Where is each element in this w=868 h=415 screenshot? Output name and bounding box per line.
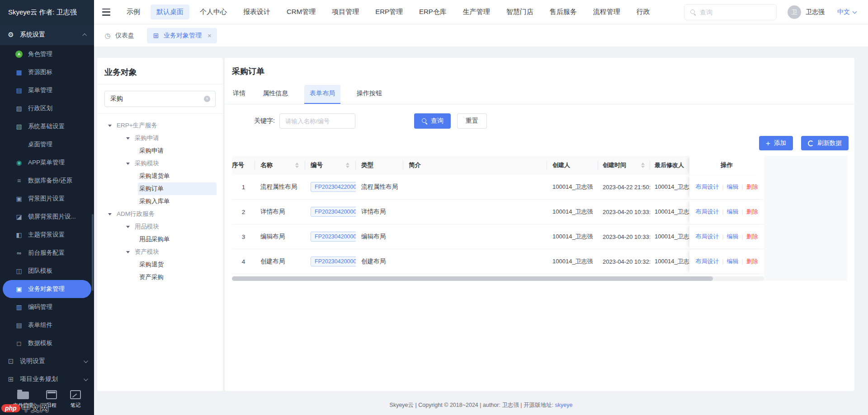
edit-link[interactable]: 编辑 <box>727 208 739 216</box>
col-header-code[interactable]: 编号 <box>305 156 356 175</box>
sidebar-item[interactable]: 锁屏背景图片设... <box>0 208 94 226</box>
tree-expand-icon[interactable] <box>126 163 130 165</box>
tree-node[interactable]: ERP+生产服务 <box>97 119 219 132</box>
tree-expand-icon[interactable] <box>126 226 130 228</box>
nav-item[interactable]: 生产管理 <box>457 5 496 19</box>
table-row[interactable]: 3 编辑布局 FP2023042000002 编辑布局 100014_卫志强 2… <box>232 224 764 249</box>
tree-node[interactable]: 采购退货单 <box>97 170 219 182</box>
layout-design-link[interactable]: 布局设计 <box>695 257 719 266</box>
sidebar-group-description[interactable]: 说明设置 <box>0 352 94 370</box>
tab-form-layout[interactable]: 表单布局 <box>304 85 340 104</box>
layout-design-link[interactable]: 布局设计 <box>695 233 719 241</box>
nav-item[interactable]: 报表设计 <box>237 5 276 19</box>
delete-link[interactable]: 删除 <box>746 208 758 216</box>
sidebar-item[interactable]: 角色管理 <box>0 45 94 63</box>
global-search[interactable] <box>684 4 777 20</box>
delete-link[interactable]: 删除 <box>746 233 758 241</box>
scrollbar-thumb[interactable] <box>232 276 713 281</box>
horizontal-scrollbar[interactable] <box>232 276 764 281</box>
sidebar-item[interactable]: 前台服务配置 <box>0 244 94 262</box>
sidebar-group-system-settings[interactable]: 系统设置 <box>0 24 94 45</box>
edit-link[interactable]: 编辑 <box>727 233 739 241</box>
table-row[interactable]: 4 创建布局 FP2023042000001 创建布局 100014_卫志强 2… <box>232 249 764 274</box>
delete-link[interactable]: 删除 <box>746 257 758 266</box>
tree-node[interactable]: 采购模块 <box>97 157 219 170</box>
tree-node[interactable]: 用品采购单 <box>97 233 219 246</box>
edit-link[interactable]: 编辑 <box>727 257 739 266</box>
sort-icon[interactable] <box>295 163 299 168</box>
tab-action-buttons[interactable]: 操作按钮 <box>356 85 383 104</box>
tree-node[interactable]: 采购申请 <box>97 132 219 145</box>
tab-details[interactable]: 详情 <box>232 85 246 104</box>
chevron-down-icon <box>84 359 88 363</box>
footer-link[interactable]: skyeye <box>555 402 573 408</box>
tree-expand-icon[interactable] <box>108 213 112 215</box>
nav-item[interactable]: 行政 <box>631 5 656 19</box>
tree-expand-icon[interactable] <box>126 137 130 140</box>
tree-search-input[interactable] <box>104 91 216 107</box>
tree-node[interactable]: 采购申请 <box>97 145 219 157</box>
nav-item[interactable]: ERP管理 <box>369 5 409 19</box>
sidebar-item[interactable]: 资源图标 <box>0 63 94 81</box>
username[interactable]: 卫志强 <box>806 8 825 16</box>
tree-expand-icon[interactable] <box>108 125 112 127</box>
edit-link[interactable]: 编辑 <box>727 183 739 191</box>
tab-business-object-management[interactable]: 业务对象管理 <box>147 28 217 43</box>
sidebar-item[interactable]: 编码管理 <box>0 298 94 316</box>
tab-dashboard[interactable]: 仪表盘 <box>104 32 134 40</box>
sort-icon[interactable] <box>641 163 645 168</box>
nav-item[interactable]: 项目管理 <box>326 5 365 19</box>
reset-button[interactable]: 重置 <box>457 113 487 129</box>
sidebar-item[interactable]: 行政区划 <box>0 99 94 117</box>
tree-expand-icon[interactable] <box>126 251 130 253</box>
nav-item[interactable]: 个人中心 <box>194 5 233 19</box>
sidebar-item[interactable]: 团队模板 <box>0 262 94 280</box>
nav-item[interactable]: CRM管理 <box>281 5 321 19</box>
nav-item[interactable]: 示例 <box>121 5 146 19</box>
tree-node[interactable]: 采购入库单 <box>97 195 219 208</box>
sidebar-item[interactable]: 表单组件 <box>0 316 94 334</box>
sidebar-item-business-objects[interactable]: 业务对象管理 <box>3 280 91 298</box>
table-row[interactable]: 1 流程属性布局 FP2023042200001 流程属性布局 100014_卫… <box>232 175 764 200</box>
col-header-name[interactable]: 名称 <box>255 156 305 175</box>
sidebar-group-project-plan[interactable]: 项目业务规划 <box>0 370 94 382</box>
sidebar-item[interactable]: 系统基础设置 <box>0 117 94 135</box>
col-header-created[interactable]: 创建时间 <box>598 156 650 175</box>
sidebar-item[interactable]: APP菜单管理 <box>0 154 94 172</box>
delete-link[interactable]: 删除 <box>746 183 758 191</box>
tree-node-selected[interactable]: 采购订单 <box>97 182 219 195</box>
sidebar-item[interactable]: 数据库备份/还原 <box>0 172 94 190</box>
sidebar-item[interactable]: 主题背景设置 <box>0 226 94 244</box>
nav-item[interactable]: ERP仓库 <box>413 5 453 19</box>
query-button[interactable]: 查询 <box>414 113 451 129</box>
tree-node[interactable]: 资产模块 <box>97 246 219 258</box>
sidebar-item[interactable]: 数据模板 <box>0 334 94 352</box>
layout-design-link[interactable]: 布局设计 <box>695 208 719 216</box>
sidebar-item[interactable]: 菜单管理 <box>0 81 94 99</box>
table-row[interactable]: 2 详情布局 FP2023042000003 详情布局 100014_卫志强 2… <box>232 200 764 224</box>
add-button[interactable]: 添加 <box>759 136 793 150</box>
tree-node[interactable]: 用品模块 <box>97 220 219 233</box>
keyword-input[interactable] <box>279 113 355 129</box>
sort-icon[interactable] <box>346 163 349 168</box>
clear-icon[interactable] <box>204 96 210 102</box>
refresh-button[interactable]: 刷新数据 <box>801 136 849 150</box>
nav-item[interactable]: 智慧门店 <box>500 5 539 19</box>
avatar[interactable]: 卫 <box>788 5 801 19</box>
nav-item[interactable]: 售后服务 <box>544 5 583 19</box>
global-search-input[interactable] <box>700 9 763 16</box>
sidebar-item[interactable]: 桌面管理 <box>0 135 94 154</box>
tree-node[interactable]: 资产采购 <box>97 271 219 284</box>
layout-design-link[interactable]: 布局设计 <box>695 183 719 191</box>
sidebar-collapse-icon[interactable] <box>102 9 111 16</box>
dock-item-notes[interactable]: 笔记 <box>70 388 81 409</box>
close-icon[interactable] <box>208 32 212 39</box>
sidebar-item[interactable]: 背景图片设置 <box>0 190 94 208</box>
tree-node[interactable]: 采购退货 <box>97 258 219 271</box>
nav-item[interactable]: 默认桌面 <box>151 5 189 19</box>
tree-node[interactable]: ADM行政服务 <box>97 208 219 220</box>
tab-attributes[interactable]: 属性信息 <box>262 85 289 104</box>
sidebar-scrollbar[interactable] <box>92 214 94 291</box>
language-switcher[interactable]: 中文 <box>837 8 856 16</box>
nav-item[interactable]: 流程管理 <box>587 5 626 19</box>
